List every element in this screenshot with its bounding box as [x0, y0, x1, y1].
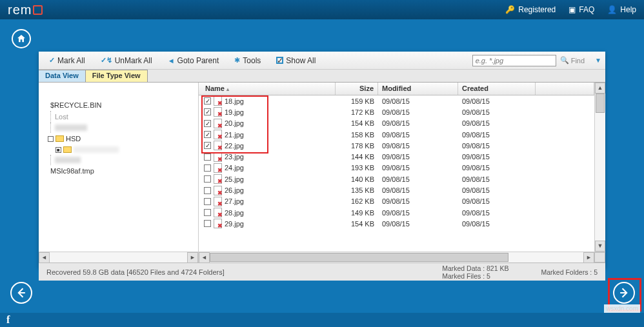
file-checkbox[interactable]: [204, 198, 211, 205]
scroll-left-button[interactable]: ◄: [39, 252, 50, 263]
uncheck-icon: ✓↯: [101, 56, 112, 64]
file-created: 09/08/15: [458, 153, 536, 161]
file-checkbox[interactable]: ✓: [204, 108, 211, 115]
scroll-thumb[interactable]: [210, 253, 508, 262]
jpg-deleted-icon: [214, 208, 222, 217]
file-size: 149 KB: [336, 209, 378, 217]
file-checkbox[interactable]: [204, 154, 211, 161]
tree-item[interactable]: $RECYCLE.BIN: [48, 99, 196, 111]
file-row[interactable]: 24.jpg193 KB09/08/1509/08/15: [199, 163, 594, 173]
scroll-thumb[interactable]: [596, 94, 605, 113]
scroll-left-button[interactable]: ◄: [199, 252, 210, 263]
file-row[interactable]: ✓19.jpg172 KB09/08/1509/08/15: [199, 106, 594, 117]
search-dropdown[interactable]: ▼: [595, 57, 601, 64]
find-button[interactable]: 🔍Find: [560, 56, 585, 64]
next-button[interactable]: [613, 282, 635, 304]
tree-subitem[interactable]: ■: [48, 144, 196, 155]
col-created-header[interactable]: Created: [458, 83, 536, 95]
file-name: 18.jpg: [225, 97, 244, 105]
col-modified-header[interactable]: Modified: [378, 83, 458, 95]
file-size: 158 KB: [336, 131, 378, 139]
file-modified: 09/08/15: [378, 209, 458, 217]
tree-item[interactable]: HSD: [48, 133, 196, 144]
arrow-right-icon: [618, 286, 630, 299]
checked-icon[interactable]: ■: [55, 147, 61, 153]
file-size: 154 KB: [336, 119, 378, 127]
folder-icon: [63, 146, 72, 153]
file-row[interactable]: 26.jpg135 KB09/08/1509/08/15: [199, 184, 594, 195]
file-modified: 09/08/15: [378, 186, 458, 194]
file-row[interactable]: 28.jpg149 KB09/08/1509/08/15: [199, 207, 594, 218]
tree-item-blurred[interactable]: [50, 155, 196, 165]
file-name: 21.jpg: [225, 131, 244, 139]
file-modified: 09/08/15: [378, 175, 458, 183]
marked-data-status: Marked Data : 821 KB: [442, 264, 508, 272]
view-tabs: Data View File Type View: [39, 70, 605, 83]
file-checkbox[interactable]: ✓: [204, 120, 211, 127]
mark-all-button[interactable]: ✓Mark All: [43, 55, 92, 66]
file-checkbox[interactable]: [204, 209, 211, 216]
file-checkbox[interactable]: [204, 187, 211, 194]
file-row[interactable]: ✓22.jpg178 KB09/08/1509/08/15: [199, 140, 594, 151]
file-checkbox[interactable]: [204, 220, 211, 227]
tree-item[interactable]: Lost: [50, 111, 196, 123]
prev-button[interactable]: [10, 282, 32, 304]
file-row[interactable]: 25.jpg140 KB09/08/1509/08/15: [199, 173, 594, 184]
file-name: 25.jpg: [225, 175, 244, 183]
logo: rem: [8, 3, 43, 17]
scroll-down-button[interactable]: ▼: [595, 241, 605, 252]
file-row[interactable]: 27.jpg162 KB09/08/1509/08/15: [199, 196, 594, 207]
faq-button[interactable]: ▣FAQ: [569, 5, 594, 14]
file-created: 09/08/15: [458, 97, 536, 105]
scroll-right-button[interactable]: ►: [187, 252, 198, 263]
tree-item-blurred[interactable]: [50, 123, 196, 133]
tools-button[interactable]: ✱Tools: [228, 55, 267, 66]
folder-icon: [55, 135, 64, 142]
file-modified: 09/08/15: [378, 119, 458, 127]
col-name-header[interactable]: Name▴: [199, 83, 336, 95]
file-name: 19.jpg: [225, 108, 244, 116]
file-created: 09/08/15: [458, 131, 536, 139]
file-checkbox[interactable]: ✓: [204, 131, 211, 138]
logo-text: rem: [8, 3, 32, 17]
scroll-right-button[interactable]: ►: [583, 252, 594, 263]
file-checkbox[interactable]: [204, 175, 211, 183]
file-created: 09/08/15: [458, 119, 536, 127]
file-size: 162 KB: [336, 197, 378, 205]
jpg-deleted-icon: [214, 197, 222, 206]
file-row[interactable]: ✓21.jpg158 KB09/08/1509/08/15: [199, 129, 594, 140]
file-name: 26.jpg: [225, 186, 244, 194]
registered-button[interactable]: 🔑Registered: [505, 5, 556, 14]
tree-item[interactable]: MSIc98af.tmp: [48, 165, 196, 177]
help-button[interactable]: 👤Help: [607, 5, 636, 14]
app-header: rem 🔑Registered ▣FAQ 👤Help: [0, 0, 644, 19]
jpg-deleted-icon: [214, 141, 222, 150]
show-all-button[interactable]: ✓Show All: [270, 55, 322, 66]
col-size-header[interactable]: Size: [336, 83, 378, 95]
unmark-all-button[interactable]: ✓↯UnMark All: [94, 55, 159, 66]
collapse-icon[interactable]: [48, 136, 54, 142]
file-created: 09/08/15: [458, 142, 536, 150]
search-input[interactable]: [472, 55, 556, 66]
tab-file-type-view[interactable]: File Type View: [86, 70, 148, 82]
horizontal-scrollbar[interactable]: ◄ ► ◄ ►: [39, 252, 605, 263]
file-row[interactable]: ✓20.jpg154 KB09/08/1509/08/15: [199, 118, 594, 129]
scroll-up-button[interactable]: ▲: [595, 83, 605, 94]
facebook-icon[interactable]: f: [6, 314, 10, 326]
file-checkbox[interactable]: ✓: [204, 142, 211, 149]
file-size: 193 KB: [336, 164, 378, 172]
file-checkbox[interactable]: [204, 164, 211, 172]
tab-data-view[interactable]: Data View: [39, 70, 86, 82]
file-size: 144 KB: [336, 153, 378, 161]
file-row[interactable]: 23.jpg144 KB09/08/1509/08/15: [199, 151, 594, 162]
file-row[interactable]: 29.jpg154 KB09/08/1509/08/15: [199, 218, 594, 229]
vertical-scrollbar[interactable]: ▲ ▼: [594, 83, 605, 252]
toolbar: ✓Mark All ✓↯UnMark All ◄Goto Parent ✱Too…: [39, 52, 605, 70]
file-size: 172 KB: [336, 108, 378, 116]
home-button[interactable]: [12, 29, 31, 48]
status-bar: Recovered 59.8 GB data [46520 Files and …: [39, 263, 605, 281]
file-checkbox[interactable]: ✓: [204, 97, 211, 104]
jpg-deleted-icon: [214, 119, 222, 128]
file-row[interactable]: ✓18.jpg159 KB09/08/1509/08/15: [199, 95, 594, 106]
goto-parent-button[interactable]: ◄Goto Parent: [161, 55, 226, 66]
